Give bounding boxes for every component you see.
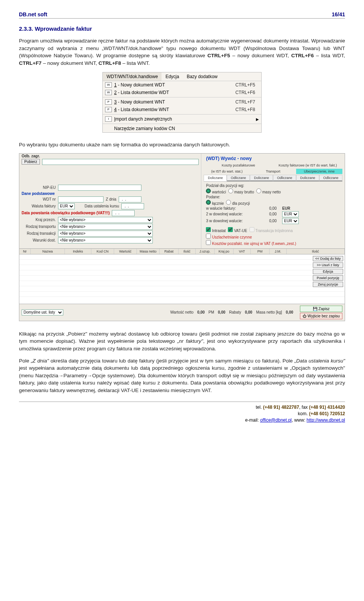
doc-w-icon: W — [105, 90, 112, 95]
tab-doliczane-2[interactable]: Doliczane — [250, 175, 273, 181]
menu-item-lista-wdt[interactable]: W2 - Lista dokumentów WDTCTRL+F6 — [103, 89, 261, 96]
domyslne-select[interactable]: Domyślne ust. listy — [22, 309, 63, 315]
wyjscie-button[interactable]: ⏻ Wyjście bez zapisu — [300, 313, 342, 319]
radio-brutto[interactable]: masy brutto — [228, 188, 254, 194]
paragraph-3: Klikając na przycisk „Pobierz" możemy wy… — [19, 330, 345, 353]
radio-lacznie[interactable]: łącznie — [206, 200, 224, 206]
radio-netto[interactable]: masy netto — [256, 188, 281, 194]
paragraph-4: Pole „Z dnia" określa datę przyjęcia tow… — [19, 357, 345, 394]
data-kursu-input[interactable] — [121, 203, 144, 209]
tab-doliczane[interactable]: Doliczane — [204, 175, 227, 181]
tab-odliczane[interactable]: Odliczane — [227, 175, 250, 181]
zeruj-button[interactable]: Zeruj pozycje — [313, 282, 343, 287]
odb-label: Odb. zagr. — [22, 154, 40, 158]
menu-wdt[interactable]: WDT/WNT/dok.handlowe — [103, 72, 162, 81]
waluta-select[interactable]: EUR — [58, 203, 75, 209]
grid-body[interactable]: << Dodaj do listy >> Usuń z listy Edycja… — [19, 254, 345, 304]
chk-trojstronna: Transakcja trójstronna — [249, 227, 293, 233]
radio-pozycji[interactable]: dla pozycji — [226, 200, 249, 206]
menu-item-lista-wnt[interactable]: P4 - Lista dokumentów WNTCTRL+F8 — [103, 106, 261, 113]
cur2-select[interactable]: EUR — [282, 211, 299, 217]
chk-intrastat[interactable]: Intrastat — [206, 227, 226, 233]
cost-tabs: Doliczane Odliczane Doliczane Odliczane … — [204, 175, 342, 182]
paragraph-2: Po wybraniu typu dokumentu ukaże nam się… — [19, 141, 345, 149]
tab-doliczane-3[interactable]: Doliczane — [296, 175, 319, 181]
nip-label: NIP-EU — [22, 185, 56, 190]
menu-item-narzedzie[interactable]: Narzędzie zamiany kodów CN — [103, 125, 261, 132]
data-vat-label: Data powstania obowiązku podatkowego (VA… — [22, 211, 110, 215]
chk-uszlachetnianie[interactable]: Uszlachetnianie czynne — [206, 234, 252, 239]
www-link[interactable]: http://www.dbnet.pl — [307, 417, 345, 423]
menu-edycja[interactable]: Edycja — [162, 72, 183, 81]
wdtnr-label: WDT nr — [22, 197, 56, 201]
form-screenshot: Odb. zagr. Pobierz NIP-EU Dane podstawow… — [19, 153, 345, 321]
pobierz-button[interactable]: Pobierz — [22, 159, 40, 165]
radio-wartosci[interactable]: wartości — [206, 188, 226, 194]
form-title: (WDT) Wywóz - nowy — [204, 154, 342, 163]
zdnia-input[interactable] — [119, 196, 141, 202]
menu-screenshot: WDT/WNT/dok.handlowe Edycja Bazy dodatko… — [102, 72, 262, 133]
powiel-button[interactable]: Powiel pozycję — [313, 275, 343, 281]
chk-vatue[interactable]: VAT-UE — [228, 227, 247, 233]
chk-koszty[interactable]: Kosztów pozafakt. nie ujmuj w VAT (f.wew… — [206, 240, 296, 246]
tab-odliczane-2[interactable]: Odliczane — [273, 175, 296, 181]
doc-p-icon: P — [105, 107, 112, 112]
odb-input[interactable] — [42, 159, 199, 165]
header-page: 16/41 — [332, 11, 345, 17]
kraj-select[interactable]: <Nie wybrano> — [58, 217, 153, 223]
usun-button[interactable]: >> Usuń z listy — [313, 262, 343, 268]
dodaj-button[interactable]: << Dodaj do listy — [313, 256, 343, 261]
page-header: DB.net soft 16/41 — [19, 11, 345, 19]
waluta-label: Waluta faktury — [22, 204, 56, 208]
menu-item-nowy-wnt[interactable]: P3 - Nowy dokument WNTCTRL+F7 — [103, 98, 261, 106]
paragraph-1: Program umożliwia wprowadzanie ręczne fa… — [19, 37, 345, 67]
form-footer: Domyślne ust. listy Wartość netto0,00 PM… — [19, 304, 345, 321]
edycja-button[interactable]: Edycja — [313, 269, 343, 274]
nip-input[interactable] — [58, 185, 141, 191]
menu-bar: WDT/WNT/dok.handlowe Edycja Bazy dodatko… — [103, 72, 261, 81]
grid-header: Nr Nazwa Indeks Kod CN Wartość Masa nett… — [19, 248, 345, 254]
page-footer: tel. (+48 91) 4822787, fax (+48 91) 4314… — [19, 402, 345, 423]
dane-podst-label: Dane podstawowe — [22, 191, 55, 196]
menu-bazy[interactable]: Bazy dodatkow — [183, 72, 221, 81]
import-icon: I — [105, 116, 112, 122]
email-link[interactable]: office@dbnet.pl — [260, 417, 292, 423]
doc-w-icon: W — [105, 82, 112, 88]
cur3-select[interactable]: EUR — [282, 218, 299, 224]
menu-item-nowy-wdt[interactable]: W1 - Nowy dokument WDTCTRL+F5 — [103, 81, 261, 89]
cost-tab-headers: Koszty pozafakturoweKoszty fakturowe (w … — [204, 163, 342, 168]
zapisz-button[interactable]: 💾 Zapisz — [300, 306, 342, 312]
transport-select[interactable]: <Nie wybrano> — [58, 224, 153, 230]
header-left: DB.net soft — [19, 11, 47, 17]
doc-p-icon: P — [105, 99, 112, 105]
submenu-arrow-icon: ▶ — [256, 117, 259, 121]
warunki-select[interactable]: <Nie wybrano> — [58, 237, 153, 243]
transakcja-select[interactable]: <Nie wybrano> — [58, 231, 153, 237]
section-title: 2.3.3. Wprowadzanie faktur — [19, 25, 345, 32]
menu-item-import[interactable]: IImport danych zewnętrznych▶ — [103, 115, 261, 123]
wdtnr-input[interactable] — [58, 196, 104, 202]
data-vat-input[interactable] — [112, 210, 135, 216]
tab-odliczane-3[interactable]: Odliczane — [319, 175, 342, 181]
